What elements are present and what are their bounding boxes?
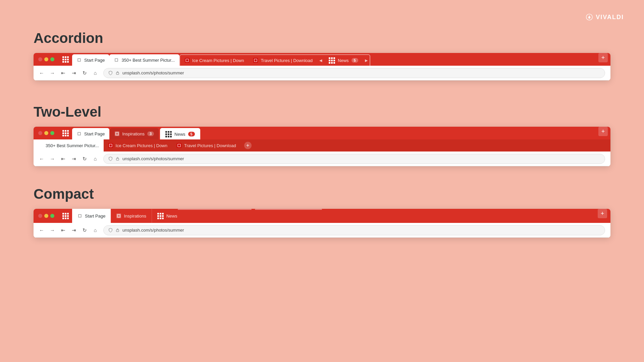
add-sub-tab-icon[interactable]: + xyxy=(244,142,252,149)
fast-forward-button[interactable]: ⇥ xyxy=(69,68,78,78)
shield-icon xyxy=(108,71,113,75)
compact-tab-news[interactable]: News xyxy=(152,209,183,223)
news-stack-indicator xyxy=(255,209,322,210)
accordion-url-bar[interactable]: unsplash.com/s/photos/summer xyxy=(103,68,605,78)
start-page-favicon xyxy=(77,58,82,62)
accordion-section: Accordion Start Page xyxy=(34,30,610,80)
inspirations-stack-indicator xyxy=(178,209,252,210)
accordion-tab-icecream[interactable]: Ice Cream Pictures | Down xyxy=(180,55,249,66)
accordion-collapse-chevron[interactable]: ◀ xyxy=(317,55,324,66)
compact-reload-button[interactable]: ↻ xyxy=(80,226,89,235)
compact-tab-start[interactable]: Start Page xyxy=(72,209,111,223)
two-level-reload-button[interactable]: ↻ xyxy=(80,154,89,164)
two-level-app-menu[interactable] xyxy=(59,127,72,139)
two-level-tab-news[interactable]: News 5 xyxy=(160,128,200,139)
reload-button[interactable]: ↻ xyxy=(80,68,89,78)
compact-url-bar[interactable]: unsplash.com/s/photos/summer xyxy=(103,225,605,235)
close-dot[interactable] xyxy=(38,57,42,61)
minimize-dot-2[interactable] xyxy=(44,131,48,135)
forward-button[interactable]: → xyxy=(48,68,57,78)
accordion-tab-start[interactable]: Start Page xyxy=(72,54,109,66)
accordion-url-text: unsplash.com/s/photos/summer xyxy=(122,70,184,75)
two-level-shield-icon xyxy=(108,157,113,161)
compact-home-button[interactable]: ⌂ xyxy=(91,226,100,235)
compact-add-tab[interactable]: + xyxy=(598,209,607,218)
home-button[interactable]: ⌂ xyxy=(91,68,100,78)
accordion-tab-summer[interactable]: 350+ Best Summer Pictur... xyxy=(109,54,179,66)
two-level-heading: Two-Level xyxy=(34,104,610,120)
summer-favicon xyxy=(114,58,119,62)
accordion-browser: Start Page 350+ Best Summer Pictur... Ic… xyxy=(34,53,610,80)
two-level-tab-inspirations-label: Inspirations xyxy=(122,131,144,136)
close-dot-3[interactable] xyxy=(38,214,42,218)
compact-tab-news-label: News xyxy=(166,214,177,219)
vivaldi-icon xyxy=(586,13,593,21)
compact-window-controls xyxy=(34,209,59,223)
accordion-tab-bar: Start Page 350+ Best Summer Pictur... Ic… xyxy=(34,53,610,66)
two-level-sub-tab-travel-label: Travel Pictures | Download xyxy=(184,143,236,148)
accordion-expand-chevron[interactable]: ▶ xyxy=(363,55,370,66)
inspirations-favicon xyxy=(115,131,119,136)
accordion-stack-group: Ice Cream Pictures | Down Travel Picture… xyxy=(179,54,370,66)
compact-fast-forward-button[interactable]: ⇥ xyxy=(69,226,78,235)
compact-heading: Compact xyxy=(34,186,610,202)
compact-fast-back-button[interactable]: ⇤ xyxy=(58,226,68,235)
fast-back-button[interactable]: ⇤ xyxy=(58,68,68,78)
two-level-url-text: unsplash.com/s/photos/summer xyxy=(122,156,184,161)
two-level-news-grid-icon xyxy=(165,131,172,137)
two-level-tab-inspirations[interactable]: Inspirations 3 xyxy=(110,128,159,139)
two-level-browser: Start Page Inspirations 3 News 5 + xyxy=(34,127,610,166)
two-level-start-favicon xyxy=(77,131,82,136)
two-level-sub-tab-travel[interactable]: Travel Pictures | Download xyxy=(172,139,241,152)
lock-icon xyxy=(115,71,120,75)
accordion-tab-travel[interactable]: Travel Pictures | Download xyxy=(249,55,317,66)
accordion-tab-icecream-label: Ice Cream Pictures | Down xyxy=(192,58,244,63)
accordion-tab-summer-label: 350+ Best Summer Pictur... xyxy=(121,58,175,63)
svg-rect-2 xyxy=(116,159,119,161)
accordion-tab-news[interactable]: News 5 xyxy=(324,55,363,66)
compact-url-text: unsplash.com/s/photos/summer xyxy=(122,228,184,233)
two-level-sub-tab-summer[interactable]: 350+ Best Summer Pictur... xyxy=(34,139,104,152)
minimize-dot[interactable] xyxy=(44,57,48,61)
accordion-add-tab[interactable]: + xyxy=(598,53,608,62)
accordion-tab-news-label: News xyxy=(338,58,349,63)
compact-shield-icon xyxy=(108,228,113,232)
accordion-tab-start-label: Start Page xyxy=(84,58,105,63)
maximize-dot-2[interactable] xyxy=(50,131,54,135)
two-level-section: Two-Level Start Page xyxy=(34,104,610,166)
compact-browser: Start Page Inspirations News + ← xyxy=(34,209,610,238)
two-level-sub-tab-icecream[interactable]: Ice Cream Pictures | Down xyxy=(104,139,172,152)
two-level-fast-back-button[interactable]: ⇤ xyxy=(58,154,68,164)
maximize-dot-3[interactable] xyxy=(50,214,54,218)
compact-lock-icon xyxy=(115,228,120,232)
two-level-url-bar[interactable]: unsplash.com/s/photos/summer xyxy=(103,154,605,164)
compact-tab-inspirations[interactable]: Inspirations xyxy=(111,209,151,223)
two-level-home-button[interactable]: ⌂ xyxy=(91,154,100,164)
two-level-forward-button[interactable]: → xyxy=(48,154,57,164)
app-menu-icon[interactable] xyxy=(59,53,72,66)
two-level-tab-news-label: News xyxy=(174,132,185,137)
back-button[interactable]: ← xyxy=(37,68,46,78)
two-level-back-button[interactable]: ← xyxy=(37,154,46,164)
minimize-dot-3[interactable] xyxy=(44,214,48,218)
two-level-sub-tab-icecream-label: Ice Cream Pictures | Down xyxy=(116,143,167,148)
compact-inspirations-favicon xyxy=(116,214,121,218)
two-level-lock-icon xyxy=(115,157,120,161)
two-level-inspirations-count: 3 xyxy=(147,131,154,136)
accordion-tab-travel-label: Travel Pictures | Download xyxy=(261,58,313,63)
two-level-tab-start-label: Start Page xyxy=(84,131,105,136)
two-level-tab-start[interactable]: Start Page xyxy=(72,128,109,139)
two-level-add-sub-tab[interactable]: + xyxy=(241,139,255,152)
compact-tab-bar: Start Page Inspirations News + xyxy=(34,209,610,223)
two-level-fast-forward-button[interactable]: ⇥ xyxy=(69,154,78,164)
maximize-dot[interactable] xyxy=(50,57,54,61)
accordion-heading: Accordion xyxy=(34,30,610,46)
vivaldi-logo-text: VIVALDI xyxy=(596,14,624,21)
compact-back-button[interactable]: ← xyxy=(37,226,46,235)
compact-news-grid-icon xyxy=(157,213,164,219)
compact-tab-start-label: Start Page xyxy=(85,214,105,219)
close-dot-2[interactable] xyxy=(38,131,42,135)
compact-forward-button[interactable]: → xyxy=(48,226,57,235)
compact-app-menu[interactable] xyxy=(59,209,72,223)
two-level-add-tab[interactable]: + xyxy=(598,127,608,136)
